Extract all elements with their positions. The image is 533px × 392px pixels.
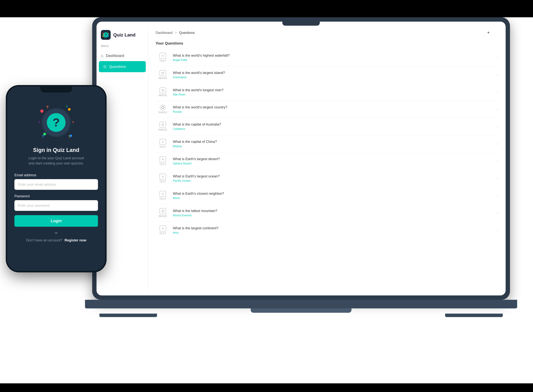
q-title: What is the capital of China? — [173, 140, 494, 144]
register-link[interactable]: Register now — [65, 238, 86, 242]
q-content: What is Earth's closest neighbor? Moon — [173, 191, 494, 200]
breadcrumb-path: Dashboard > Questions — [156, 31, 195, 35]
q-type-block: TEXT — [156, 173, 170, 183]
q-type-label: IMAGE — [158, 77, 167, 80]
q-type-icon — [159, 139, 166, 145]
no-account-text: Don't have an account? — [26, 238, 62, 242]
phone-title: Sign in Quiz Land — [33, 147, 79, 153]
main-content: Dashboard > Questions + Your Questions T… — [148, 26, 506, 295]
deco-qmark-2: ? — [66, 105, 68, 108]
q-answer: Asia — [173, 231, 494, 234]
dashboard-icon: ⌂ — [101, 53, 103, 58]
q-type-icon — [160, 105, 166, 110]
email-label: Email address — [14, 173, 98, 177]
q-type-block: TEXT — [156, 191, 170, 201]
phone-form: Email address Password Login or Don't ha… — [14, 173, 98, 242]
sidebar-item-dashboard[interactable]: ⌂ Dashboard — [97, 50, 148, 61]
sidebar-item-dashboard-label: Dashboard — [106, 53, 124, 58]
phone-wrapper: ? ? ? ? ? ? ? Sign in Quiz Land Login — [7, 86, 105, 271]
sidebar-logo: ? ? ? Quiz Land — [97, 30, 148, 44]
q-type-block: IMAGE — [156, 208, 170, 218]
email-input[interactable] — [14, 179, 98, 190]
q-content: What is the tallest mountain? Mount Ever… — [173, 209, 494, 217]
q-type-block: TEXT — [156, 225, 170, 235]
question-item-8[interactable]: TEXT What is Earth's closest neighbor? M… — [156, 187, 498, 204]
q-answer: Beijing — [173, 145, 494, 148]
q-type-icon — [159, 53, 166, 59]
q-type-label: TEXT — [159, 163, 166, 166]
laptop-frame: ? ? ? Quiz Land Menu — [92, 17, 510, 300]
q-content: What is the world's largest country? Rus… — [173, 105, 494, 113]
q-answer: Pacific Ocean — [173, 179, 494, 182]
laptop-screen: ? ? ? Quiz Land Menu — [97, 22, 506, 295]
bottom-bar — [0, 383, 533, 392]
q-type-icon — [159, 173, 166, 180]
register-row: Don't have an account? Register now — [14, 238, 98, 242]
q-type-block: TEXT — [156, 139, 170, 149]
q-answer: Greenland — [173, 76, 494, 79]
phone-notch — [40, 86, 72, 93]
q-type-label: TEXT — [159, 232, 166, 235]
password-label: Password — [14, 194, 98, 198]
chevron-right-icon: › — [497, 107, 498, 112]
question-item-4[interactable]: IMAGE What is the capital of Australia? … — [156, 118, 498, 135]
login-button[interactable]: Login — [14, 215, 98, 227]
question-item-0[interactable]: TEXT What is the world's highest waterfa… — [156, 49, 498, 66]
top-bar — [0, 0, 533, 17]
chevron-right-icon: › — [497, 124, 498, 129]
question-item-6[interactable]: TEXT What is Earth's largest desert? Sah… — [156, 153, 498, 170]
deco-qmark-5: ? — [38, 121, 40, 124]
deco-qmark-6: ? — [72, 121, 74, 124]
q-type-block: IMAGE — [156, 87, 170, 97]
breadcrumb: Dashboard > Questions + — [156, 30, 498, 35]
sidebar-item-questions[interactable]: ⊙ Questions — [99, 61, 146, 72]
laptop-foot-left — [99, 314, 157, 317]
chevron-right-icon: › — [497, 211, 498, 215]
q-type-label: IMAGE — [158, 128, 167, 131]
q-type-label: TEXT — [159, 59, 166, 62]
q-content: What is Earth's largest desert? Sahara D… — [173, 157, 494, 165]
chevron-right-icon: › — [497, 90, 498, 94]
q-type-icon — [159, 70, 166, 76]
question-item-2[interactable]: IMAGE What is the world's longest river?… — [156, 84, 498, 101]
q-answer: Mount Everest — [173, 214, 494, 217]
deco-dot-2 — [68, 108, 71, 111]
q-title: What is Earth's largest desert? — [173, 157, 494, 161]
q-type-icon — [159, 191, 166, 197]
logo-question-mark: ? — [53, 117, 60, 128]
phone-subtitle: Login to the your Quiz Land accountand s… — [28, 155, 84, 166]
question-item-7[interactable]: TEXT What is Earth's largest ocean? Paci… — [156, 170, 498, 187]
q-type-icon — [159, 208, 166, 214]
svg-text:?: ? — [104, 33, 107, 37]
breadcrumb-root: Dashboard — [156, 31, 172, 35]
q-title: What is the world's highest waterfall? — [173, 53, 494, 57]
question-item-9[interactable]: IMAGE What is the tallest mountain? Moun… — [156, 204, 498, 222]
laptop-base — [85, 300, 517, 308]
svg-point-4 — [102, 35, 104, 37]
sidebar-menu-label: Menu — [97, 44, 148, 50]
q-type-block: IMAGE — [156, 70, 170, 80]
q-type-block: TEXT — [156, 156, 170, 166]
chevron-right-icon: › — [497, 193, 498, 198]
laptop-foot — [92, 311, 510, 317]
q-type-label: TEXT — [159, 197, 166, 201]
q-type-icon — [159, 87, 166, 93]
question-item-10[interactable]: TEXT What is the largest continent? Asia… — [156, 222, 498, 239]
questions-icon: ⊙ — [103, 64, 107, 69]
q-title: What is the largest continent? — [173, 226, 494, 230]
laptop-foot-right — [445, 314, 503, 317]
question-item-5[interactable]: TEXT What is the capital of China? Beiji… — [156, 135, 498, 153]
deco-dot-4 — [70, 135, 72, 137]
password-input[interactable] — [14, 200, 98, 211]
question-item-3[interactable]: RADIO What is the world's largest countr… — [156, 101, 498, 118]
q-type-icon — [159, 156, 166, 162]
q-title: What is the tallest mountain? — [173, 209, 494, 213]
svg-text:?: ? — [102, 32, 103, 33]
add-question-button[interactable]: + — [487, 30, 490, 35]
breadcrumb-current: Questions — [179, 31, 195, 35]
section-title: Your Questions — [156, 41, 498, 46]
phone-logo-center: ? — [47, 113, 65, 132]
question-item-1[interactable]: IMAGE What is the world's largest island… — [156, 66, 498, 84]
q-content: What is the capital of China? Beijing — [173, 140, 494, 148]
q-type-label: RADIO — [158, 111, 167, 114]
